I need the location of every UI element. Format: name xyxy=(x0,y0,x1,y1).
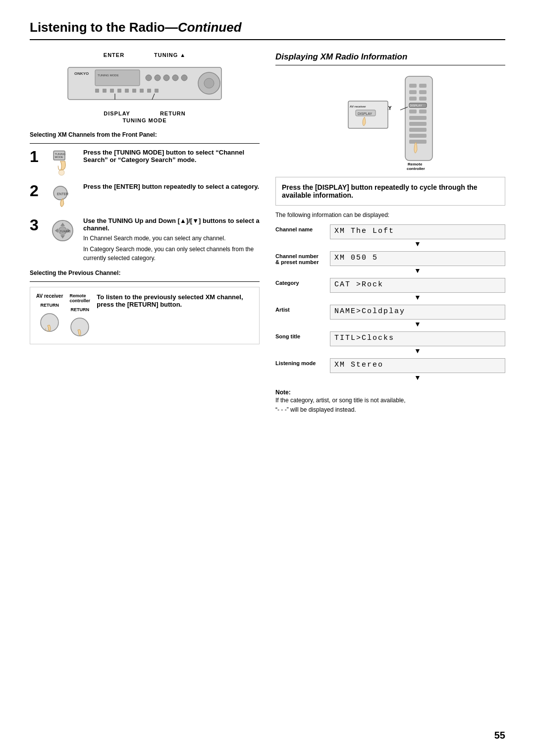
page-title: Listening to the Radio—Continued xyxy=(30,20,505,40)
arrow-1: ▼ xyxy=(330,267,505,274)
prev-channel-box: AV receiver RETURN Remote xyxy=(30,287,260,344)
remote-label: Remote controller xyxy=(70,293,91,303)
svg-text:MODE: MODE xyxy=(54,156,63,159)
svg-rect-47 xyxy=(409,134,427,138)
step-2-icon: ENTER xyxy=(48,183,77,210)
tuning-label: TUNING ▲ xyxy=(154,52,186,58)
screen-channel-name: XM The Loft xyxy=(330,224,505,239)
display-label: DISPLAY xyxy=(104,110,130,116)
svg-rect-17 xyxy=(140,89,144,93)
arrow-5: ▼ xyxy=(330,374,505,381)
step-2: 2 ENTER Press the [ENTER] button repeate… xyxy=(30,183,260,210)
arrow-0: ▼ xyxy=(330,240,505,247)
step-3: 3 TUNING xyxy=(30,217,260,263)
svg-point-5 xyxy=(155,75,160,81)
svg-point-10 xyxy=(204,78,214,88)
av-receiver-label: AV receiver xyxy=(36,293,63,299)
step-3-text: Use the TUNING Up and Down [▲]/[▼] butto… xyxy=(83,217,260,263)
display-row-artist: Artist NAME>Coldplay ▼ xyxy=(275,305,505,327)
label-category: Category xyxy=(275,278,325,286)
svg-rect-2 xyxy=(95,70,140,86)
svg-rect-36 xyxy=(409,90,417,94)
svg-text:ONKYO: ONKYO xyxy=(74,71,89,76)
label-channel-name: Channel name xyxy=(275,224,325,232)
tuning-mode-icon: TUNING MODE xyxy=(49,149,76,176)
display-row-channel-number: Channel number & preset number XM 050 5 … xyxy=(275,251,505,274)
svg-text:AV receiver: AV receiver xyxy=(350,105,366,108)
step-1-icon: TUNING MODE xyxy=(48,149,77,176)
arrow-2: ▼ xyxy=(330,294,505,301)
step-1-number: 1 xyxy=(30,149,42,164)
step-2-text: Press the [ENTER] button repeatedly to s… xyxy=(83,183,260,190)
divider-2 xyxy=(30,281,260,282)
svg-text:Remote: Remote xyxy=(408,162,423,166)
svg-text:ENTER: ENTER xyxy=(57,192,68,196)
xm-section-title: Displaying XM Radio Information xyxy=(275,52,505,65)
svg-rect-37 xyxy=(419,90,427,94)
note-text-1: If the category, artist, or song title i… xyxy=(275,396,505,405)
svg-rect-11 xyxy=(95,89,99,93)
display-row-song-title: Song title TITL>Clocks ▼ xyxy=(275,331,505,354)
av-return-label: RETURN xyxy=(40,303,59,308)
svg-text:DISPLAY: DISPLAY xyxy=(410,104,422,107)
svg-rect-12 xyxy=(103,89,107,93)
prev-channel-instruction: To listen to the previously selected XM … xyxy=(97,293,253,308)
svg-rect-16 xyxy=(132,89,136,93)
arrow-4: ▼ xyxy=(330,347,505,354)
svg-rect-44 xyxy=(409,116,427,120)
remote-return-label: RETURN xyxy=(71,307,90,312)
following-info-text: The following information can be display… xyxy=(275,212,505,218)
divider-1 xyxy=(30,143,260,144)
front-panel-diagram: ENTER TUNING ▲ ONKYO TUNING MODE xyxy=(30,52,260,123)
screen-category: CAT >Rock xyxy=(330,278,505,293)
av-return-button xyxy=(39,312,60,333)
press-display-box: Press the [DISPLAY] button repeatedly to… xyxy=(275,177,505,206)
label-artist: Artist xyxy=(275,305,325,313)
svg-rect-14 xyxy=(117,89,121,93)
screen-song-title: TITL>Clocks xyxy=(330,331,505,346)
step-3-icon: TUNING xyxy=(48,217,77,244)
svg-text:TUNING: TUNING xyxy=(59,230,70,233)
svg-rect-45 xyxy=(409,122,427,126)
svg-rect-48 xyxy=(409,140,427,144)
svg-text:TUNING: TUNING xyxy=(54,153,65,156)
press-display-text: Press the [DISPLAY] button repeatedly to… xyxy=(282,183,499,199)
label-channel-number: Channel number & preset number xyxy=(275,251,325,265)
step-1: 1 TUNING MODE Press the [TUNING MODE] bu… xyxy=(30,149,260,176)
remote-return-button xyxy=(69,316,91,338)
front-panel-heading: Selecting XM Channels from the Front Pan… xyxy=(30,131,260,138)
display-row-channel-name: Channel name XM The Loft ▼ xyxy=(275,224,505,247)
svg-rect-35 xyxy=(419,84,427,88)
page-number: 55 xyxy=(494,730,505,741)
svg-rect-39 xyxy=(419,97,427,101)
note-label: Note: xyxy=(275,389,505,396)
svg-text:TUNING MODE: TUNING MODE xyxy=(98,74,119,77)
remote-diagram: DISPLAY DISPLAY AV receiver xyxy=(275,71,505,172)
svg-rect-19 xyxy=(155,89,159,93)
svg-rect-18 xyxy=(147,89,151,93)
step-2-number: 2 xyxy=(30,183,42,199)
svg-point-7 xyxy=(172,75,178,81)
screen-artist: NAME>Coldplay xyxy=(330,305,505,320)
screen-listening-mode: XM Stereo xyxy=(330,358,505,373)
press-display-inner: Press the [DISPLAY] button repeatedly to… xyxy=(282,183,499,199)
left-column: ENTER TUNING ▲ ONKYO TUNING MODE xyxy=(30,52,260,415)
screen-channel-number: XM 050 5 xyxy=(330,251,505,266)
svg-rect-46 xyxy=(409,128,427,132)
receiver-illustration: ONKYO TUNING MODE xyxy=(65,60,224,107)
svg-point-25 xyxy=(58,169,64,175)
tuning-mode-label: TUNING MODE xyxy=(30,117,260,123)
note-section: Note: If the category, artist, or song t… xyxy=(275,389,505,415)
svg-rect-15 xyxy=(125,89,129,93)
svg-rect-34 xyxy=(409,84,417,88)
enter-button-icon: ENTER xyxy=(49,183,76,210)
prev-channel-inner: AV receiver RETURN Remote xyxy=(36,293,253,338)
svg-point-4 xyxy=(146,75,152,81)
remote-col: Remote controller RETURN xyxy=(69,293,91,338)
display-info: Channel name XM The Loft ▼ Channel numbe… xyxy=(275,224,505,381)
tuning-knob-icon: TUNING xyxy=(49,217,76,244)
svg-text:controller: controller xyxy=(407,166,425,170)
display-row-listening-mode: Listening mode XM Stereo ▼ xyxy=(275,358,505,381)
svg-rect-43 xyxy=(419,109,427,113)
arrow-3: ▼ xyxy=(330,321,505,327)
